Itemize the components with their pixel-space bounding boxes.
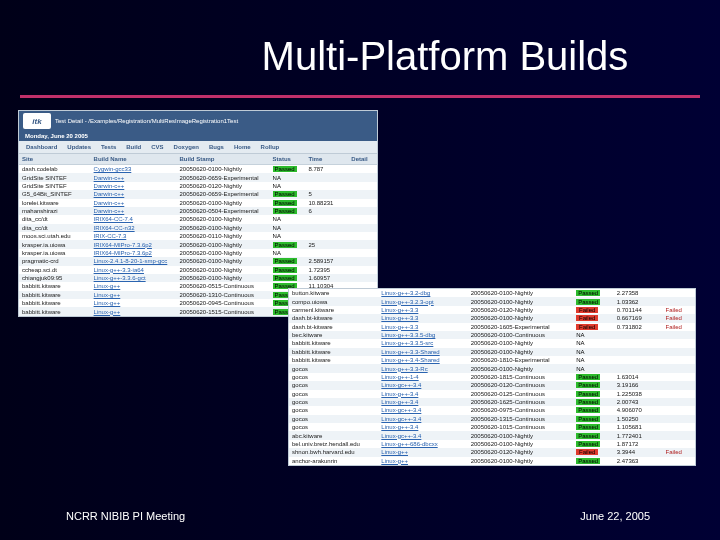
cell-build[interactable]: Linux-g++-3.2.3-opt xyxy=(378,297,467,305)
cell-build[interactable]: Linux-g++-3.3 xyxy=(378,314,467,322)
cell-time: 2.27358 xyxy=(614,289,663,297)
status-passed: Passed xyxy=(576,399,600,405)
table-row: dash.codelabCygwin-gcc3320050620-0100-Ni… xyxy=(19,165,377,174)
cell-build[interactable]: Linux-g++-3.3-Shared xyxy=(378,348,467,356)
status-passed: Passed xyxy=(576,374,600,380)
cell-site: dita_cc/dt xyxy=(19,215,91,223)
cell-build[interactable]: IRIX64-CC-n32 xyxy=(91,224,177,232)
cell-detail xyxy=(662,289,695,297)
cell-build[interactable]: Darwin-c++ xyxy=(91,190,177,198)
tab-bugs[interactable]: Bugs xyxy=(206,143,227,151)
table-row: dash.bt-kitwareLinux-g++-3.320050620-160… xyxy=(289,323,695,331)
slide-title: Multi-Platform Builds xyxy=(170,34,720,79)
tab-tests[interactable]: Tests xyxy=(98,143,119,151)
cell-build[interactable]: Linux-gc++-3.4 xyxy=(378,406,467,414)
status-passed: Passed xyxy=(576,290,600,296)
tab-home[interactable]: Home xyxy=(231,143,254,151)
cell-status: Passed xyxy=(270,165,306,174)
cell-detail xyxy=(662,423,695,431)
cell-build[interactable]: IRIX-CC-7.3 xyxy=(91,232,177,240)
status-passed: Passed xyxy=(273,191,297,197)
cell-site: gocos xyxy=(289,415,378,423)
status-passed: Passed xyxy=(273,242,297,248)
col-buildstamp: Build Stamp xyxy=(177,154,270,165)
cell-site: dash.bt-kitware xyxy=(289,323,378,331)
cell-build[interactable]: Linux-2.4.1-8-20-1-smp-gcc xyxy=(91,257,177,265)
cell-status: NA xyxy=(270,173,306,181)
status-passed: Passed xyxy=(576,416,600,422)
cell-status: Passed xyxy=(573,431,614,439)
table-row: pragmatic-crdLinux-2.4.1-8-20-1-smp-gcc2… xyxy=(19,257,377,265)
cell-build[interactable]: Linux-gc++-3.4 xyxy=(378,431,467,439)
cell-build[interactable]: Linux-g++ xyxy=(91,299,177,307)
table-row: gocosLinux-g++-3.420050620-0125-Continuo… xyxy=(289,390,695,398)
cell-stamp: 20050620-0100-Nightly xyxy=(177,224,270,232)
cell-stamp: 20050620-0100-Nightly xyxy=(468,457,574,465)
cell-build[interactable]: Linux-g++-3.3-Rc xyxy=(378,364,467,372)
cell-site: krasper.ia.uiowa xyxy=(19,240,91,248)
tab-build[interactable]: Build xyxy=(123,143,144,151)
cell-build[interactable]: Darwin-c++ xyxy=(91,173,177,181)
cell-build[interactable]: Linux-g++-3.4 xyxy=(378,398,467,406)
cell-build[interactable]: Linux-g++ xyxy=(91,307,177,315)
cell-build[interactable]: Darwin-c++ xyxy=(91,182,177,190)
cell-build[interactable]: Linux-g++-1-4 xyxy=(378,373,467,381)
cell-site: gocos xyxy=(289,390,378,398)
status-na: NA xyxy=(576,332,584,338)
cell-build[interactable]: Linux-g++-3.3-ia64 xyxy=(91,266,177,274)
cell-site: babbitt.kitware xyxy=(19,291,91,299)
dashboard-right: button.kitwareLinux-g++-3.2-dbg20050620-… xyxy=(288,288,696,466)
cell-build[interactable]: Linux-g++-3.3.5-src xyxy=(378,339,467,347)
cell-site: gocos xyxy=(289,406,378,414)
cell-build[interactable]: Linux-g++-3.4-Shared xyxy=(378,356,467,364)
status-passed: Passed xyxy=(273,208,297,214)
cell-build[interactable]: IRIX64-CC-7.4 xyxy=(91,215,177,223)
cell-build[interactable]: Darwin-c++ xyxy=(91,199,177,207)
dashboard-titlebar: itk Test Detail - /Examples/Registration… xyxy=(19,111,377,131)
cell-build[interactable]: Linux-g++ xyxy=(378,448,467,456)
cell-stamp: 20050620-0100-Nightly xyxy=(177,240,270,248)
status-na: NA xyxy=(576,340,584,346)
cell-build[interactable]: Linux-g++-3.4 xyxy=(378,390,467,398)
cell-build[interactable]: IRIX64-MIPro-7.3.6p2 xyxy=(91,240,177,248)
tab-updates[interactable]: Updates xyxy=(64,143,94,151)
cell-build[interactable]: Darwin-c++ xyxy=(91,207,177,215)
cell-time: 0.667169 xyxy=(614,314,663,322)
tab-cvs[interactable]: CVS xyxy=(148,143,166,151)
cell-build[interactable]: Linux-g++-686-dbcxx xyxy=(378,440,467,448)
cell-detail xyxy=(662,331,695,339)
cell-status: Passed xyxy=(573,390,614,398)
cell-build[interactable]: Linux-g++-3.2-dbg xyxy=(378,289,467,297)
table-row: gocosLinux-g++-3.420050620-1015-Continuo… xyxy=(289,423,695,431)
cell-build[interactable]: Linux-g++ xyxy=(378,457,467,465)
cell-build[interactable]: IRIX64-MIPro-7.3.6p2 xyxy=(91,249,177,257)
cell-time xyxy=(305,173,348,181)
cell-site: lorelei.kitware xyxy=(19,199,91,207)
cell-build[interactable]: Cygwin-gcc33 xyxy=(91,165,177,174)
cell-build[interactable]: Linux-g++-3.3 xyxy=(378,323,467,331)
tab-doxygen[interactable]: Doxygen xyxy=(171,143,202,151)
cell-stamp: 20050620-0100-Nightly xyxy=(177,165,270,174)
tab-rollup[interactable]: Rollup xyxy=(258,143,283,151)
cell-status: Passed xyxy=(573,297,614,305)
cell-build[interactable]: Linux-g++-3.3 xyxy=(378,306,467,314)
cell-detail xyxy=(348,257,377,265)
cell-status: Passed xyxy=(573,423,614,431)
cell-site: gocos xyxy=(289,381,378,389)
tab-dashboard[interactable]: Dashboard xyxy=(23,143,60,151)
cell-detail xyxy=(662,356,695,364)
cell-build[interactable]: Linux-g++-3.4 xyxy=(378,423,467,431)
cell-stamp: 20050620-1810-Experimental xyxy=(468,356,574,364)
cell-build[interactable]: Linux-g++-3.3.6-gct xyxy=(91,274,177,282)
cell-site: krasper.ia.uiowa xyxy=(19,249,91,257)
cell-build[interactable]: Linux-g++ xyxy=(91,282,177,290)
cell-build[interactable]: Linux-g++-3.3.5-dbg xyxy=(378,331,467,339)
cell-site: babbitt.kitware xyxy=(289,339,378,347)
cell-detail xyxy=(348,165,377,174)
cell-build[interactable]: Linux-gc++-3.4 xyxy=(378,381,467,389)
table-row: button.kitwareLinux-g++-3.2-dbg20050620-… xyxy=(289,289,695,297)
cell-detail xyxy=(348,249,377,257)
cell-build[interactable]: Linux-gc++-3.4 xyxy=(378,415,467,423)
cell-build[interactable]: Linux-g++ xyxy=(91,291,177,299)
cell-stamp: 20050620-0100-Nightly xyxy=(177,215,270,223)
